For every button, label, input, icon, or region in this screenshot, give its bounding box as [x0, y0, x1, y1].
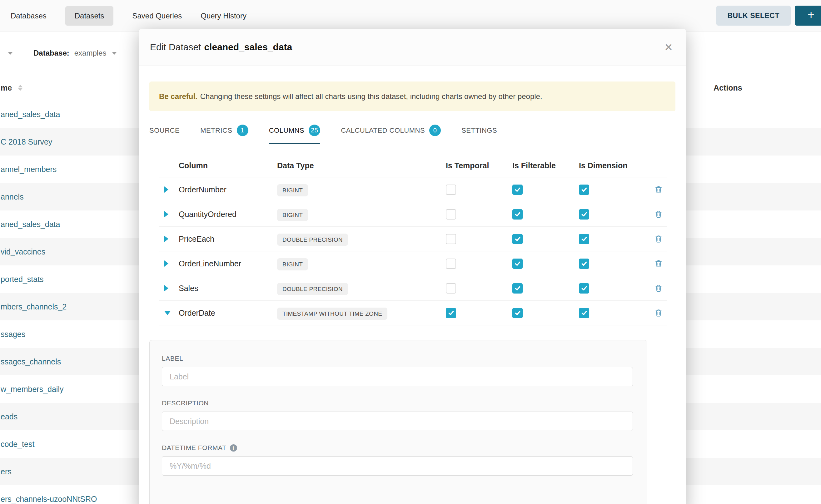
columns-table: Column Data Type Is Temporal Is Filterab…	[159, 154, 667, 325]
is-dimension-checkbox[interactable]	[579, 259, 589, 269]
add-button[interactable]: +	[795, 6, 821, 26]
expand-caret-icon[interactable]	[164, 211, 168, 217]
trash-icon[interactable]	[650, 185, 667, 194]
dataset-link[interactable]: ssages	[1, 330, 25, 339]
is-filterable-checkbox[interactable]	[512, 209, 523, 220]
info-icon[interactable]: i	[230, 444, 237, 452]
modal-header: Edit Datasetcleaned_sales_data ✕	[139, 29, 686, 66]
dataset-link[interactable]: C 2018 Survey	[1, 137, 52, 146]
is-dimension-header: Is Dimension	[579, 161, 650, 170]
is-temporal-checkbox[interactable]	[446, 209, 456, 220]
bulk-select-button[interactable]: BULK SELECT	[716, 6, 791, 26]
tab-metrics[interactable]: METRICS 1	[200, 117, 248, 144]
tab-columns[interactable]: COLUMNS 25	[269, 117, 320, 144]
dataset-link[interactable]: ported_stats	[1, 275, 44, 284]
tab-source[interactable]: SOURCE	[149, 117, 180, 144]
nav-tab-datasets[interactable]: Datasets	[65, 6, 114, 26]
data-type-cell: BIGINT	[277, 185, 308, 194]
top-nav: Databases Datasets Saved Queries Query H…	[0, 0, 821, 32]
label-input[interactable]	[162, 367, 633, 386]
column-header: Column	[179, 161, 277, 170]
is-filterable-checkbox[interactable]	[512, 185, 523, 195]
tab-settings[interactable]: SETTINGS	[462, 117, 497, 144]
is-temporal-checkbox[interactable]	[446, 234, 456, 244]
tab-label: COLUMNS	[269, 126, 304, 135]
dataset-link[interactable]: w_members_daily	[1, 385, 63, 394]
trash-icon[interactable]	[650, 259, 667, 268]
expand-caret-icon[interactable]	[164, 260, 168, 267]
is-filterable-checkbox[interactable]	[512, 308, 523, 318]
column-name: PriceEach	[179, 235, 277, 244]
chevron-down-icon[interactable]	[8, 52, 13, 55]
data-type-pill: BIGINT	[277, 209, 308, 221]
plus-icon: +	[808, 8, 814, 22]
expand-caret-icon[interactable]	[164, 186, 168, 193]
is-temporal-header: Is Temporal	[446, 161, 512, 170]
expand-caret-icon[interactable]	[164, 311, 171, 315]
is-filterable-checkbox[interactable]	[512, 234, 523, 244]
columns-table-rows: OrderNumber BIGINT QuantityOrdered BIGIN…	[159, 177, 667, 325]
label-field-group: LABEL	[162, 355, 633, 386]
is-temporal-checkbox[interactable]	[446, 259, 456, 269]
dataset-link[interactable]: annels	[1, 192, 24, 201]
sort-icon[interactable]	[18, 85, 22, 91]
data-type-cell: TIMESTAMP WITHOUT TIME ZONE	[277, 309, 387, 318]
dataset-link[interactable]: ers	[1, 467, 12, 476]
expand-caret-icon[interactable]	[164, 236, 168, 242]
warning-banner-text: Changing these settings will affect all …	[200, 92, 542, 101]
is-filterable-checkbox[interactable]	[512, 259, 523, 269]
is-dimension-checkbox[interactable]	[579, 209, 589, 220]
sort-desc-icon	[18, 88, 22, 91]
expand-caret-icon[interactable]	[164, 285, 168, 291]
dataset-link[interactable]: code_test	[1, 440, 34, 449]
is-temporal-checkbox[interactable]	[446, 283, 456, 294]
tab-label: SETTINGS	[462, 126, 497, 135]
column-name: Sales	[179, 284, 277, 293]
column-name: OrderDate	[179, 309, 277, 318]
is-dimension-checkbox[interactable]	[579, 308, 589, 318]
database-filter-value[interactable]: examples	[74, 49, 106, 57]
datetime-format-input[interactable]	[162, 456, 633, 476]
column-name: OrderLineNumber	[179, 259, 277, 268]
dataset-link[interactable]: aned_sales_data	[1, 220, 60, 229]
is-temporal-checkbox[interactable]	[446, 185, 456, 195]
dataset-link[interactable]: mbers_channels_2	[1, 302, 67, 311]
is-dimension-checkbox[interactable]	[579, 283, 589, 294]
nav-tab-query-history[interactable]: Query History	[200, 12, 246, 20]
dataset-link[interactable]: aned_sales_data	[1, 110, 60, 119]
column-row: PriceEach DOUBLE PRECISION	[159, 227, 667, 251]
dataset-link[interactable]: ssages_channels	[1, 357, 61, 366]
is-dimension-checkbox[interactable]	[579, 234, 589, 244]
modal-title-dataset-name: cleaned_sales_data	[204, 42, 292, 52]
description-field-group: DESCRIPTION	[162, 399, 633, 431]
description-input[interactable]	[162, 412, 633, 431]
columns-count-badge: 25	[309, 125, 320, 136]
tab-calculated-columns[interactable]: CALCULATED COLUMNS 0	[341, 117, 441, 144]
data-type-cell: DOUBLE PRECISION	[277, 235, 348, 244]
is-filterable-checkbox[interactable]	[512, 283, 523, 294]
nav-tab-saved-queries[interactable]: Saved Queries	[132, 12, 182, 20]
dataset-link[interactable]: ers_channels-uzooNNtSRO	[1, 495, 97, 504]
is-temporal-checkbox[interactable]	[446, 308, 456, 318]
trash-icon[interactable]	[650, 309, 667, 317]
modal-title: Edit Datasetcleaned_sales_data	[150, 42, 292, 52]
column-row: OrderDate TIMESTAMP WITHOUT TIME ZONE	[159, 301, 667, 325]
description-field-label: DESCRIPTION	[162, 399, 633, 407]
name-column-header[interactable]: me	[1, 83, 12, 92]
dataset-link[interactable]: vid_vaccines	[1, 247, 45, 256]
column-row: QuantityOrdered BIGINT	[159, 202, 667, 227]
close-icon[interactable]: ✕	[662, 40, 675, 54]
dataset-link[interactable]: eads	[1, 412, 17, 421]
trash-icon[interactable]	[650, 284, 667, 293]
trash-icon[interactable]	[650, 235, 667, 243]
warning-banner-bold: Be careful.	[159, 92, 197, 101]
nav-tab-databases[interactable]: Databases	[11, 12, 47, 20]
trash-icon[interactable]	[650, 210, 667, 219]
column-name: OrderNumber	[179, 185, 277, 194]
dataset-link[interactable]: annel_members	[1, 165, 57, 174]
data-type-pill: BIGINT	[277, 258, 308, 270]
column-row: OrderLineNumber BIGINT	[159, 251, 667, 276]
is-dimension-checkbox[interactable]	[579, 185, 589, 195]
database-filter-label: Database:	[33, 49, 69, 57]
chevron-down-icon[interactable]	[112, 52, 117, 55]
